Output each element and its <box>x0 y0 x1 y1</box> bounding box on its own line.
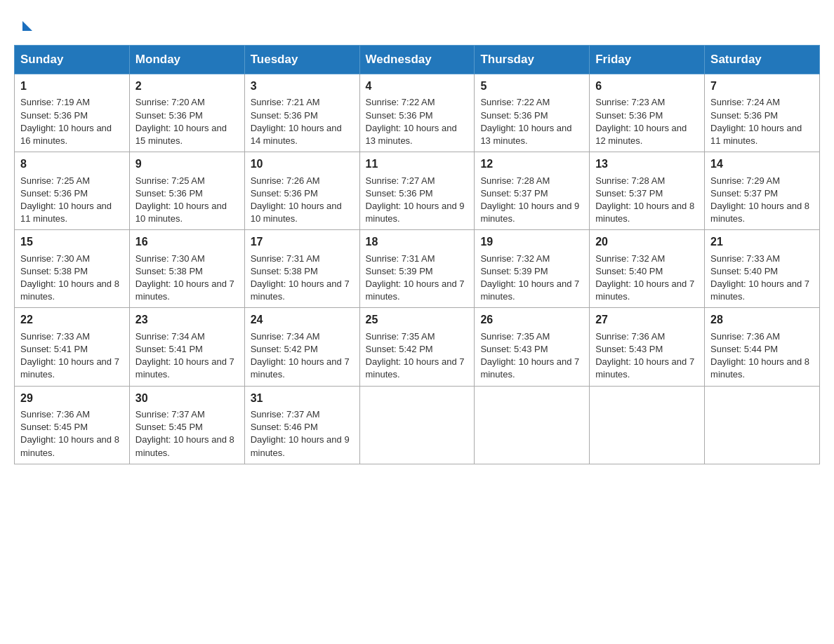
calendar-cell: 20Sunrise: 7:32 AMSunset: 5:40 PMDayligh… <box>590 230 705 308</box>
day-number: 10 <box>251 156 354 172</box>
day-info: Sunrise: 7:30 AMSunset: 5:38 PMDaylight:… <box>20 253 119 302</box>
day-number: 4 <box>366 79 469 94</box>
day-number: 5 <box>480 79 583 94</box>
day-info: Sunrise: 7:31 AMSunset: 5:39 PMDaylight:… <box>366 253 465 302</box>
day-info: Sunrise: 7:19 AMSunset: 5:36 PMDaylight:… <box>20 97 112 146</box>
day-info: Sunrise: 7:25 AMSunset: 5:36 PMDaylight:… <box>135 175 227 224</box>
day-number: 21 <box>710 234 814 250</box>
calendar-week-row: 1Sunrise: 7:19 AMSunset: 5:36 PMDaylight… <box>15 74 820 152</box>
calendar-cell: 22Sunrise: 7:33 AMSunset: 5:41 PMDayligh… <box>15 308 130 386</box>
day-info: Sunrise: 7:33 AMSunset: 5:41 PMDaylight:… <box>20 331 119 380</box>
calendar-cell: 6Sunrise: 7:23 AMSunset: 5:36 PMDaylight… <box>590 74 705 152</box>
day-info: Sunrise: 7:25 AMSunset: 5:36 PMDaylight:… <box>20 175 112 224</box>
day-number: 3 <box>251 79 354 94</box>
calendar-cell <box>705 386 820 464</box>
day-number: 19 <box>480 234 583 250</box>
day-number: 27 <box>595 312 699 328</box>
day-number: 9 <box>135 156 239 172</box>
calendar-week-row: 22Sunrise: 7:33 AMSunset: 5:41 PMDayligh… <box>15 308 820 386</box>
day-info: Sunrise: 7:33 AMSunset: 5:40 PMDaylight:… <box>710 253 809 302</box>
calendar-cell: 24Sunrise: 7:34 AMSunset: 5:42 PMDayligh… <box>244 308 359 386</box>
calendar-cell: 31Sunrise: 7:37 AMSunset: 5:46 PMDayligh… <box>244 386 359 464</box>
day-number: 17 <box>251 234 354 250</box>
calendar-cell: 8Sunrise: 7:25 AMSunset: 5:36 PMDaylight… <box>15 152 130 230</box>
day-number: 6 <box>595 79 699 94</box>
day-info: Sunrise: 7:36 AMSunset: 5:43 PMDaylight:… <box>595 331 694 380</box>
calendar-cell: 11Sunrise: 7:27 AMSunset: 5:36 PMDayligh… <box>359 152 475 230</box>
calendar-cell: 13Sunrise: 7:28 AMSunset: 5:37 PMDayligh… <box>590 152 705 230</box>
day-info: Sunrise: 7:22 AMSunset: 5:36 PMDaylight:… <box>366 97 457 146</box>
day-info: Sunrise: 7:36 AMSunset: 5:44 PMDaylight:… <box>710 331 809 380</box>
weekday-header-monday: Monday <box>129 46 244 74</box>
day-number: 13 <box>595 156 699 172</box>
day-info: Sunrise: 7:35 AMSunset: 5:43 PMDaylight:… <box>480 331 579 380</box>
calendar-cell: 17Sunrise: 7:31 AMSunset: 5:38 PMDayligh… <box>244 230 359 308</box>
day-info: Sunrise: 7:35 AMSunset: 5:42 PMDaylight:… <box>366 331 465 380</box>
day-number: 1 <box>20 79 124 94</box>
day-number: 11 <box>366 156 469 172</box>
calendar-cell: 25Sunrise: 7:35 AMSunset: 5:42 PMDayligh… <box>359 308 475 386</box>
weekday-header-tuesday: Tuesday <box>244 46 359 74</box>
calendar-week-row: 29Sunrise: 7:36 AMSunset: 5:45 PMDayligh… <box>15 386 820 464</box>
calendar-cell: 27Sunrise: 7:36 AMSunset: 5:43 PMDayligh… <box>590 308 705 386</box>
day-number: 31 <box>251 391 354 406</box>
calendar-cell <box>475 386 590 464</box>
weekday-header-thursday: Thursday <box>475 46 590 74</box>
day-number: 15 <box>20 234 124 250</box>
day-number: 2 <box>135 79 239 94</box>
day-info: Sunrise: 7:34 AMSunset: 5:42 PMDaylight:… <box>251 331 350 380</box>
calendar-table: SundayMondayTuesdayWednesdayThursdayFrid… <box>14 45 820 464</box>
day-info: Sunrise: 7:36 AMSunset: 5:45 PMDaylight:… <box>20 409 119 458</box>
day-info: Sunrise: 7:22 AMSunset: 5:36 PMDaylight:… <box>480 97 571 146</box>
calendar-cell: 2Sunrise: 7:20 AMSunset: 5:36 PMDaylight… <box>129 74 244 152</box>
day-info: Sunrise: 7:29 AMSunset: 5:37 PMDaylight:… <box>710 175 809 224</box>
day-info: Sunrise: 7:21 AMSunset: 5:36 PMDaylight:… <box>251 97 342 146</box>
logo <box>21 21 32 32</box>
calendar-cell: 16Sunrise: 7:30 AMSunset: 5:38 PMDayligh… <box>129 230 244 308</box>
weekday-header-wednesday: Wednesday <box>359 46 475 74</box>
day-info: Sunrise: 7:27 AMSunset: 5:36 PMDaylight:… <box>366 175 465 224</box>
day-number: 8 <box>20 156 124 172</box>
calendar-cell: 15Sunrise: 7:30 AMSunset: 5:38 PMDayligh… <box>15 230 130 308</box>
day-number: 29 <box>20 391 124 406</box>
calendar-cell: 14Sunrise: 7:29 AMSunset: 5:37 PMDayligh… <box>705 152 820 230</box>
day-number: 18 <box>366 234 469 250</box>
day-number: 25 <box>366 312 469 328</box>
day-info: Sunrise: 7:28 AMSunset: 5:37 PMDaylight:… <box>480 175 579 224</box>
day-number: 24 <box>251 312 354 328</box>
calendar-cell: 19Sunrise: 7:32 AMSunset: 5:39 PMDayligh… <box>475 230 590 308</box>
day-info: Sunrise: 7:20 AMSunset: 5:36 PMDaylight:… <box>135 97 227 146</box>
calendar-cell: 10Sunrise: 7:26 AMSunset: 5:36 PMDayligh… <box>244 152 359 230</box>
calendar-cell: 12Sunrise: 7:28 AMSunset: 5:37 PMDayligh… <box>475 152 590 230</box>
day-number: 12 <box>480 156 583 172</box>
day-number: 22 <box>20 312 124 328</box>
day-info: Sunrise: 7:37 AMSunset: 5:46 PMDaylight:… <box>251 409 350 458</box>
page-header <box>14 14 820 32</box>
day-info: Sunrise: 7:23 AMSunset: 5:36 PMDaylight:… <box>595 97 687 146</box>
day-number: 23 <box>135 312 239 328</box>
day-info: Sunrise: 7:34 AMSunset: 5:41 PMDaylight:… <box>135 331 234 380</box>
calendar-cell: 30Sunrise: 7:37 AMSunset: 5:45 PMDayligh… <box>129 386 244 464</box>
weekday-header-sunday: Sunday <box>15 46 130 74</box>
calendar-cell: 23Sunrise: 7:34 AMSunset: 5:41 PMDayligh… <box>129 308 244 386</box>
calendar-week-row: 8Sunrise: 7:25 AMSunset: 5:36 PMDaylight… <box>15 152 820 230</box>
calendar-cell: 18Sunrise: 7:31 AMSunset: 5:39 PMDayligh… <box>359 230 475 308</box>
day-number: 26 <box>480 312 583 328</box>
day-info: Sunrise: 7:28 AMSunset: 5:37 PMDaylight:… <box>595 175 694 224</box>
day-info: Sunrise: 7:26 AMSunset: 5:36 PMDaylight:… <box>251 175 342 224</box>
day-number: 20 <box>595 234 699 250</box>
calendar-cell: 29Sunrise: 7:36 AMSunset: 5:45 PMDayligh… <box>15 386 130 464</box>
day-number: 14 <box>710 156 814 172</box>
calendar-cell: 9Sunrise: 7:25 AMSunset: 5:36 PMDaylight… <box>129 152 244 230</box>
logo-arrow-icon <box>22 21 32 31</box>
calendar-cell <box>590 386 705 464</box>
day-info: Sunrise: 7:32 AMSunset: 5:39 PMDaylight:… <box>480 253 579 302</box>
calendar-cell: 4Sunrise: 7:22 AMSunset: 5:36 PMDaylight… <box>359 74 475 152</box>
calendar-cell: 1Sunrise: 7:19 AMSunset: 5:36 PMDaylight… <box>15 74 130 152</box>
weekday-header-friday: Friday <box>590 46 705 74</box>
day-info: Sunrise: 7:30 AMSunset: 5:38 PMDaylight:… <box>135 253 234 302</box>
calendar-cell: 3Sunrise: 7:21 AMSunset: 5:36 PMDaylight… <box>244 74 359 152</box>
day-number: 7 <box>710 79 814 94</box>
day-info: Sunrise: 7:31 AMSunset: 5:38 PMDaylight:… <box>251 253 350 302</box>
day-info: Sunrise: 7:37 AMSunset: 5:45 PMDaylight:… <box>135 409 234 458</box>
